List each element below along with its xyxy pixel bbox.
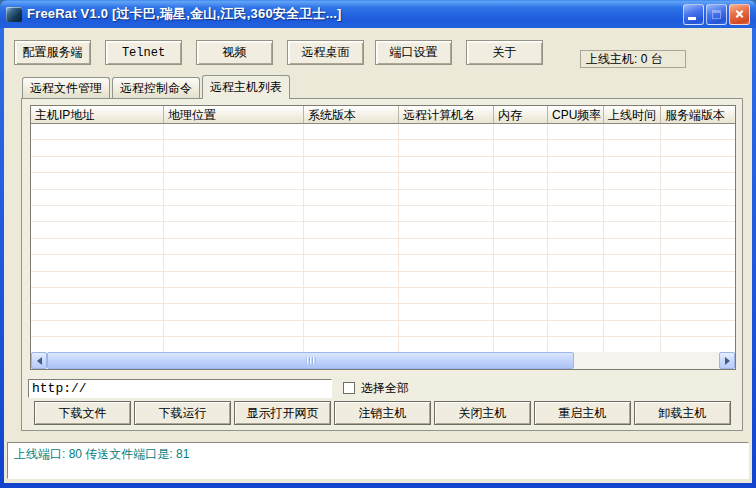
tab-remote-control-commands[interactable]: 远程控制命令: [112, 77, 200, 98]
host-table-body[interactable]: [31, 124, 735, 352]
close-button[interactable]: [729, 4, 750, 25]
scroll-right-arrow-icon: [725, 357, 734, 365]
tab-remote-file-management[interactable]: 远程文件管理: [22, 77, 110, 98]
scrollbar-track[interactable]: [47, 352, 719, 369]
tab-bar: 远程文件管理 远程控制命令 远程主机列表: [22, 74, 292, 98]
grid-column: [548, 124, 604, 352]
about-button[interactable]: 关于: [466, 40, 543, 65]
download-file-button[interactable]: 下载文件: [34, 401, 131, 425]
scroll-left-arrow-icon: [33, 357, 42, 365]
port-settings-button[interactable]: 端口设置: [375, 40, 452, 65]
column-header-os-version[interactable]: 系统版本: [304, 106, 399, 124]
grid-column: [304, 124, 399, 352]
app-icon[interactable]: [6, 7, 22, 22]
host-table-header: 主机IP地址 地理位置 系统版本 远程计算机名 内存 CPU频率 上线时间 服务…: [31, 106, 735, 124]
remote-desktop-button[interactable]: 远程桌面: [287, 40, 364, 65]
client-area: 配置服务端 Telnet 视频 远程桌面 端口设置 关于 上线主机: 0 台 远…: [4, 28, 752, 483]
grid-column: [164, 124, 304, 352]
grid-column: [604, 124, 661, 352]
titlebar[interactable]: FreeRat V1.0 [过卡巴,瑞星,金山,江民,360安全卫士...]: [0, 0, 756, 28]
online-hosts-status: 上线主机: 0 台: [580, 50, 686, 68]
shutdown-host-button[interactable]: 关闭主机: [434, 401, 531, 425]
uninstall-host-button[interactable]: 卸载主机: [634, 401, 731, 425]
column-header-online-time[interactable]: 上线时间: [604, 106, 661, 124]
grid-column: [31, 124, 164, 352]
column-header-memory[interactable]: 内存: [494, 106, 548, 124]
tab-remote-host-list[interactable]: 远程主机列表: [202, 75, 290, 99]
scroll-left-button[interactable]: [31, 352, 47, 369]
column-header-computer-name[interactable]: 远程计算机名: [399, 106, 494, 124]
grid-column: [494, 124, 548, 352]
maximize-button[interactable]: [706, 4, 727, 25]
download-run-button[interactable]: 下载运行: [134, 401, 231, 425]
app-window: FreeRat V1.0 [过卡巴,瑞星,金山,江民,360安全卫士...] 配…: [0, 0, 756, 488]
minimize-button[interactable]: [683, 4, 704, 25]
logoff-host-button[interactable]: 注销主机: [334, 401, 431, 425]
horizontal-scrollbar: [31, 352, 735, 369]
select-all-row: 选择全部: [343, 380, 409, 396]
column-header-ip[interactable]: 主机IP地址: [31, 106, 164, 124]
remote-host-list-page: 主机IP地址 地理位置 系统版本 远程计算机名 内存 CPU频率 上线时间 服务…: [21, 98, 743, 431]
restart-host-button[interactable]: 重启主机: [534, 401, 631, 425]
column-header-location[interactable]: 地理位置: [164, 106, 304, 124]
window-controls: [683, 4, 750, 25]
url-input[interactable]: [28, 379, 332, 398]
close-icon: [734, 9, 745, 20]
scrollbar-thumb[interactable]: [47, 352, 574, 369]
host-table: 主机IP地址 地理位置 系统版本 远程计算机名 内存 CPU频率 上线时间 服务…: [30, 105, 736, 370]
grid-column: [399, 124, 494, 352]
window-title: FreeRat V1.0 [过卡巴,瑞星,金山,江民,360安全卫士...]: [27, 5, 678, 23]
grid-column: [661, 124, 735, 352]
maximize-icon: [712, 10, 721, 19]
scroll-right-button[interactable]: [719, 352, 735, 369]
column-header-server-version[interactable]: 服务端版本: [661, 106, 735, 124]
minimize-icon: [688, 17, 696, 20]
show-open-webpage-button[interactable]: 显示打开网页: [234, 401, 331, 425]
video-button[interactable]: 视频: [196, 40, 273, 65]
configure-server-button[interactable]: 配置服务端: [14, 40, 91, 65]
select-all-checkbox[interactable]: [343, 382, 355, 394]
column-header-cpu[interactable]: CPU频率: [548, 106, 604, 124]
scrollbar-grip-icon: [306, 357, 315, 364]
select-all-label: 选择全部: [361, 380, 409, 397]
status-bar: 上线端口: 80 传送文件端口是: 81: [7, 442, 749, 479]
telnet-button[interactable]: Telnet: [105, 40, 182, 65]
